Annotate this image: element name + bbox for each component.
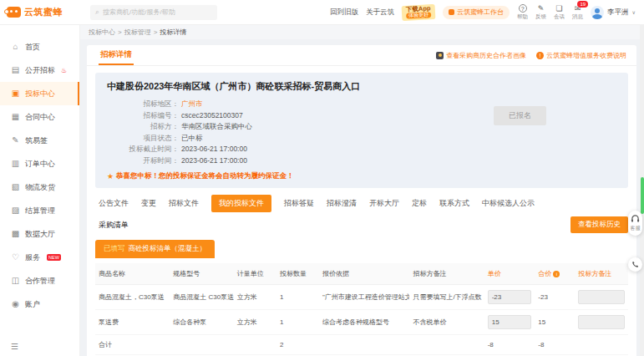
sidebar-item-label: 投标中心 (25, 89, 55, 99)
user-menu[interactable]: 李平洲 ∨ (591, 6, 636, 19)
total-row: 合计 2 -8 -8 (95, 335, 628, 355)
workspace-badge[interactable]: 云筑蜜蜂工作台 (443, 6, 510, 19)
phone-icon (631, 261, 639, 268)
scrollbar-thumb[interactable] (641, 177, 644, 214)
portrait-link-label: 查看采购商历史合作者画像 (446, 51, 526, 60)
contract-icon: ▦ (11, 113, 20, 121)
tab-announcement-files[interactable]: 公告文件 (99, 198, 129, 209)
tab-opening-hall[interactable]: 开标大厅 (369, 198, 399, 209)
sidebar-item-data-hall[interactable]: ▩ 数据大厅 (0, 222, 79, 246)
chevron-down-icon: ∨ (632, 9, 636, 15)
col-total-price-label: 合价 (538, 270, 551, 277)
account-icon: ◉ (11, 300, 20, 308)
field-status: 项目状态： 已中标 (107, 133, 616, 145)
col-bidder-remark: 投标方备注 (575, 263, 628, 285)
vertical-scrollbar[interactable] (640, 25, 644, 356)
sidebar-item-cooperation[interactable]: ◫ 合作管理 (0, 269, 79, 292)
field-value: 已中标 (181, 133, 203, 145)
help-button[interactable]: ? 帮助 (517, 4, 528, 21)
sidebar-item-settlement[interactable]: ▨ 结算管理 (0, 199, 79, 222)
bid-center-icon: ▣ (11, 89, 20, 98)
purchaser-portrait-link[interactable]: 查看采购商历史合作者画像 (436, 51, 526, 60)
customer-service-widget[interactable]: 客服 (628, 211, 642, 236)
phone-contact-button[interactable] (628, 257, 642, 272)
info-icon[interactable]: i (553, 271, 560, 277)
field-open-time: 开标时间： 2023-06-21 17:00:00 (107, 155, 616, 167)
download-app-badge[interactable]: 下载App 体验更好 (402, 4, 436, 21)
chat-icon: ❏ (555, 4, 565, 13)
concrete-sheet-tab[interactable]: 已填写 商砼投标清单（混凝土） (95, 240, 215, 258)
data-hall-icon: ▩ (11, 230, 20, 238)
sidebar-item-label: 首页 (25, 42, 40, 53)
unit-price-input[interactable] (488, 290, 532, 304)
message-button[interactable]: ✉ 消息 19 (572, 4, 583, 21)
purchase-section-header: 采购清单 查看投标历史 (99, 216, 628, 233)
tab-bid-documents[interactable]: 招标文件 (169, 198, 199, 209)
registered-button[interactable]: 已报名 (494, 106, 546, 125)
headset-icon (631, 215, 640, 223)
table-row: 商品混凝土，C30泵送 商品混凝土 C30泵送 立方米 1 "广州市建设工程造价… (95, 285, 628, 310)
app-logo[interactable]: 云筑蜜蜂 (0, 6, 80, 18)
sidebar-item-account[interactable]: ◉ 账户 (0, 292, 79, 316)
sidebar-item-services[interactable]: ♡ 服务 NEW (0, 246, 79, 269)
about-link[interactable]: 关于云筑 (366, 8, 394, 18)
sidebar-item-label: 合同中心 (25, 112, 55, 123)
breadcrumb-item[interactable]: 投标中心 (89, 28, 115, 37)
order-icon: ▥ (11, 160, 20, 168)
tab-winner-publicity[interactable]: 中标候选人公示 (482, 198, 535, 209)
tab-clarification[interactable]: 招标澄清 (327, 198, 357, 209)
tab-my-bid-documents[interactable]: 我的投标文件 (211, 195, 271, 212)
cell-product-name: 泵送费 (95, 310, 170, 335)
content-scroll-area[interactable]: 招标详情 查看采购商历史合作者画像 ! 云筑蜜蜂增值服务收费说明 (80, 39, 644, 356)
sidebar-item-esign[interactable]: ✎ 筑易签 (0, 129, 79, 152)
win-notice-text: 恭喜您中标！您的投标保证金将会自动转为履约保证金！ (116, 171, 294, 181)
sidebar-item-home[interactable]: ⌂ 首页 (0, 35, 79, 58)
bidder-remark-input[interactable] (578, 315, 625, 329)
breadcrumb-current: 投标详情 (160, 28, 186, 37)
old-version-link[interactable]: 回到旧版 (330, 8, 358, 18)
col-unit-price: 单价 (484, 263, 535, 285)
cell-unit: 立方米 (234, 285, 276, 310)
sidebar-item-contract-center[interactable]: ▦ 合同中心 (0, 105, 79, 129)
tab-bid-detail[interactable]: 招标详情 (99, 45, 134, 65)
unit-price-input[interactable] (488, 315, 532, 329)
help-icon: ? (519, 4, 527, 13)
col-owner-remark: 招标方备注 (409, 263, 484, 285)
bidder-remark-input[interactable] (578, 290, 625, 304)
purchase-list-title: 采购清单 (99, 220, 129, 231)
cell-spec: 综合各种泵 (170, 310, 234, 335)
sheet-tab-label: 商砼投标清单（混凝土） (129, 244, 207, 254)
field-label: 招标方： (107, 121, 179, 133)
bid-title: 中建股份2023年华南区域（广州市）商砼联采招标-贸易商入口 (107, 80, 616, 93)
tab-changes[interactable]: 变更 (141, 198, 156, 209)
message-label: 消息 (572, 13, 583, 21)
tab-award[interactable]: 定标 (412, 198, 427, 209)
tab-qa[interactable]: 招标答疑 (284, 198, 314, 209)
feedback-button[interactable]: ✎ 反馈 (535, 4, 546, 21)
chat-button[interactable]: ❏ 会话 (554, 4, 565, 21)
breadcrumb-item[interactable]: 投标管理 (124, 28, 151, 37)
field-value: 2023-06-21 17:00:00 (181, 144, 247, 155)
service-label: 客服 (631, 225, 641, 232)
cooperation-icon: ◫ (11, 277, 20, 285)
service-fee-link[interactable]: ! 云筑蜜蜂增值服务收费说明 (536, 51, 626, 60)
workspace-icon (449, 9, 454, 15)
search-input[interactable] (103, 8, 212, 16)
cell-owner-remark: 只需要填写上/下浮点数，例如 "下... (409, 285, 484, 310)
sidebar-collapse-icon[interactable]: ☰ (11, 342, 18, 351)
sidebar: ⌂ 首页 ▤ 公开招标 ♨ ▣ 投标中心 ▦ 合同中心 ✎ 筑易签 ▥ (0, 25, 80, 356)
message-count-badge: 19 (577, 1, 588, 8)
global-search[interactable]: ⌕ (90, 5, 217, 20)
breadcrumb-separator: > (154, 28, 158, 36)
sidebar-item-bid-center[interactable]: ▣ 投标中心 (0, 82, 79, 105)
fee-link-label: 云筑蜜蜂增值服务收费说明 (546, 51, 626, 60)
view-bid-history-button[interactable]: 查看投标历史 (570, 216, 628, 233)
bee-robot-logo-icon (7, 7, 21, 18)
esign-icon: ✎ (11, 136, 20, 145)
sidebar-item-logistics[interactable]: ▧ 物流发货 (0, 175, 79, 199)
field-label: 招标地区： (107, 99, 179, 110)
sidebar-item-open-bidding[interactable]: ▤ 公开招标 ♨ (0, 58, 79, 82)
sidebar-item-order-center[interactable]: ▥ 订单中心 (0, 152, 79, 175)
settlement-icon: ▨ (11, 206, 20, 215)
tab-contact[interactable]: 联系方式 (439, 198, 469, 209)
